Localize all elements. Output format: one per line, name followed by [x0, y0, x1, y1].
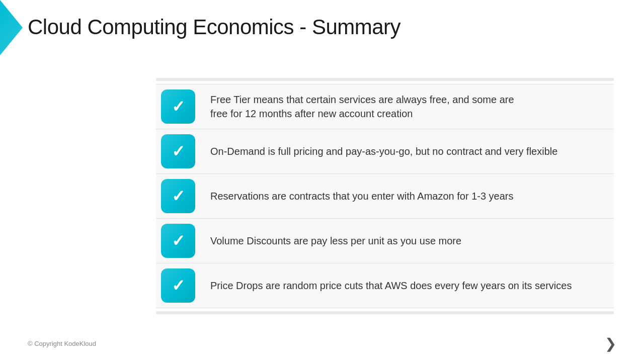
- item-text-price-drops: Price Drops are random price cuts that A…: [205, 271, 582, 300]
- page-title: Cloud Computing Economics - Summary: [28, 15, 624, 39]
- list-item-price-drops: ✓Price Drops are random price cuts that …: [156, 263, 614, 308]
- check-box-price-drops: ✓: [161, 268, 195, 303]
- header: Cloud Computing Economics - Summary: [28, 15, 624, 39]
- item-text-free-tier: Free Tier means that certain services ar…: [205, 85, 524, 128]
- footer: © Copyright KodeKloud ❯: [28, 335, 616, 352]
- check-box-reservations: ✓: [161, 179, 195, 213]
- check-icon-reservations: ✓: [172, 188, 185, 204]
- check-icon-price-drops: ✓: [172, 278, 185, 294]
- check-box-on-demand: ✓: [161, 134, 195, 168]
- check-icon-on-demand: ✓: [172, 143, 185, 159]
- copyright-text: © Copyright KodeKloud: [28, 340, 96, 347]
- check-icon-volume-discounts: ✓: [172, 233, 185, 249]
- list-item-on-demand: ✓On-Demand is full pricing and pay-as-yo…: [156, 129, 614, 174]
- check-icon-free-tier: ✓: [172, 99, 185, 115]
- content-area: ✓Free Tier means that certain services a…: [156, 80, 614, 312]
- list-item-free-tier: ✓Free Tier means that certain services a…: [156, 84, 614, 129]
- item-text-on-demand: On-Demand is full pricing and pay-as-you…: [205, 137, 568, 166]
- item-text-reservations: Reservations are contracts that you ente…: [205, 182, 524, 211]
- item-text-volume-discounts: Volume Discounts are pay less per unit a…: [205, 226, 471, 255]
- check-box-free-tier: ✓: [161, 89, 195, 124]
- nav-next-icon[interactable]: ❯: [605, 335, 616, 352]
- bottom-bar: [156, 311, 614, 314]
- list-item-reservations: ✓Reservations are contracts that you ent…: [156, 174, 614, 219]
- list-item-volume-discounts: ✓Volume Discounts are pay less per unit …: [156, 219, 614, 263]
- check-box-volume-discounts: ✓: [161, 224, 195, 258]
